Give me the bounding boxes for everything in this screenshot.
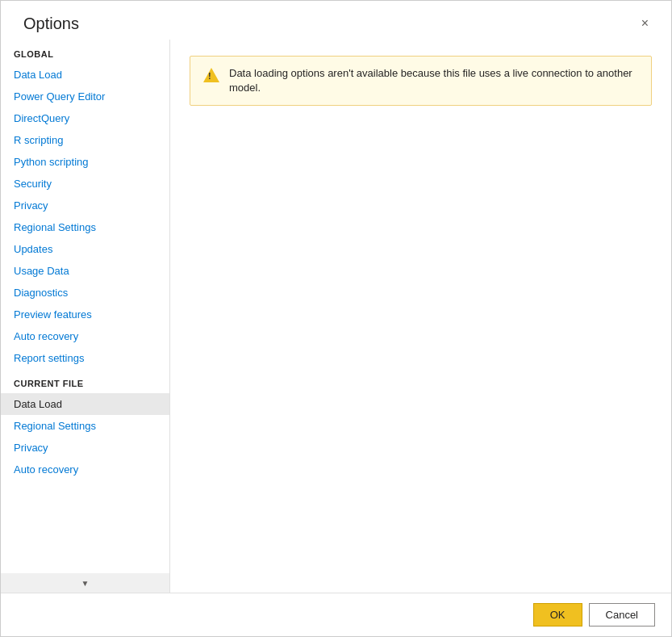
sidebar-item-updates[interactable]: Updates bbox=[1, 238, 169, 260]
sidebar-item-preview-features[interactable]: Preview features bbox=[1, 304, 169, 325]
sidebar-item-regional-settings-current[interactable]: Regional Settings bbox=[1, 415, 169, 437]
sidebar-item-regional-settings-global[interactable]: Regional Settings bbox=[1, 216, 169, 238]
sidebar-item-data-load-current[interactable]: Data Load bbox=[1, 393, 169, 415]
global-nav: Data LoadPower Query EditorDirectQueryR … bbox=[1, 64, 169, 369]
dialog-body: GLOBAL Data LoadPower Query EditorDirect… bbox=[1, 40, 671, 593]
ok-button[interactable]: OK bbox=[533, 603, 582, 627]
sidebar-item-python-scripting[interactable]: Python scripting bbox=[1, 151, 169, 173]
sidebar-item-security[interactable]: Security bbox=[1, 173, 169, 195]
options-dialog: Options × GLOBAL Data LoadPower Query Ed… bbox=[0, 0, 672, 637]
current-file-nav: Data LoadRegional SettingsPrivacyAuto re… bbox=[1, 393, 169, 480]
sidebar-item-diagnostics[interactable]: Diagnostics bbox=[1, 282, 169, 304]
scroll-down-button[interactable]: ▼ bbox=[1, 573, 169, 593]
sidebar-item-power-query-editor[interactable]: Power Query Editor bbox=[1, 86, 169, 107]
main-content: Data loading options aren't available be… bbox=[170, 40, 671, 593]
sidebar-scroll[interactable]: GLOBAL Data LoadPower Query EditorDirect… bbox=[1, 40, 169, 573]
dialog-title: Options bbox=[23, 15, 79, 33]
sidebar: GLOBAL Data LoadPower Query EditorDirect… bbox=[1, 40, 170, 593]
dialog-footer: OK Cancel bbox=[1, 593, 671, 636]
sidebar-item-usage-data[interactable]: Usage Data bbox=[1, 260, 169, 282]
global-section-label: GLOBAL bbox=[1, 40, 169, 64]
close-button[interactable]: × bbox=[635, 14, 655, 33]
title-bar: Options × bbox=[1, 1, 671, 40]
sidebar-item-data-load-global[interactable]: Data Load bbox=[1, 64, 169, 86]
sidebar-item-r-scripting[interactable]: R scripting bbox=[1, 129, 169, 151]
sidebar-item-privacy-global[interactable]: Privacy bbox=[1, 195, 169, 216]
warning-banner: Data loading options aren't available be… bbox=[190, 56, 652, 106]
sidebar-item-directquery[interactable]: DirectQuery bbox=[1, 107, 169, 129]
sidebar-item-report-settings[interactable]: Report settings bbox=[1, 347, 169, 369]
cancel-button[interactable]: Cancel bbox=[589, 603, 655, 627]
sidebar-item-auto-recovery-global[interactable]: Auto recovery bbox=[1, 325, 169, 347]
current-file-section-label: CURRENT FILE bbox=[1, 369, 169, 393]
warning-triangle-icon bbox=[203, 68, 219, 82]
warning-icon bbox=[203, 67, 219, 83]
sidebar-item-auto-recovery-current[interactable]: Auto recovery bbox=[1, 459, 169, 480]
warning-text: Data loading options aren't available be… bbox=[229, 66, 638, 95]
sidebar-item-privacy-current[interactable]: Privacy bbox=[1, 437, 169, 459]
